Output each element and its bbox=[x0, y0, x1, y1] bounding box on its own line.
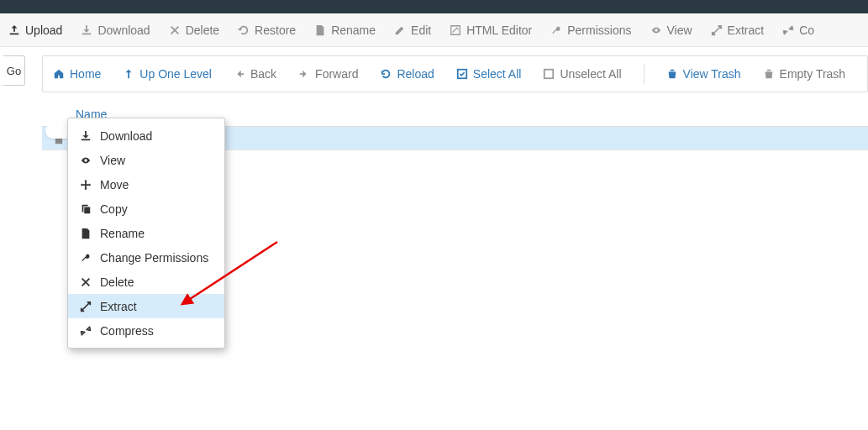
expand-icon bbox=[711, 24, 723, 36]
ctx-extract-label: Extract bbox=[100, 300, 137, 313]
checkbox-empty-icon bbox=[543, 68, 555, 80]
svg-rect-1 bbox=[544, 70, 554, 79]
nav-toolbar: Home Up One Level Back Forward Reload Se… bbox=[42, 55, 868, 92]
permissions-button[interactable]: Permissions bbox=[550, 24, 631, 37]
ctx-copy[interactable]: Copy bbox=[68, 197, 224, 221]
edit-label: Edit bbox=[411, 24, 431, 37]
forward-icon bbox=[298, 68, 310, 80]
up-one-level-label: Up One Level bbox=[139, 67, 212, 81]
ctx-view[interactable]: View bbox=[68, 148, 224, 172]
level-up-icon bbox=[123, 68, 134, 80]
forward-button[interactable]: Forward bbox=[298, 67, 358, 81]
edit-button[interactable]: Edit bbox=[394, 24, 431, 37]
restore-label: Restore bbox=[255, 24, 296, 37]
edit-icon bbox=[394, 24, 406, 36]
ctx-extract[interactable]: Extract bbox=[68, 294, 224, 318]
back-button[interactable]: Back bbox=[234, 67, 276, 81]
html-editor-icon bbox=[450, 24, 461, 36]
ctx-change-permissions[interactable]: Change Permissions bbox=[68, 245, 224, 270]
select-all-button[interactable]: Select All bbox=[456, 67, 522, 81]
ctx-download[interactable]: Download bbox=[68, 123, 224, 148]
compress-icon bbox=[80, 325, 92, 337]
forward-label: Forward bbox=[315, 67, 358, 81]
upload-label: Upload bbox=[25, 24, 62, 37]
rename-button[interactable]: Rename bbox=[314, 24, 376, 37]
reload-button[interactable]: Reload bbox=[380, 67, 434, 81]
key-icon bbox=[80, 252, 92, 264]
eye-icon bbox=[650, 24, 662, 36]
compress-button-stub[interactable]: Co bbox=[782, 24, 814, 37]
file-icon bbox=[80, 228, 92, 239]
ctx-compress[interactable]: Compress bbox=[68, 318, 224, 343]
ctx-move-label: Move bbox=[100, 178, 129, 191]
up-one-level-button[interactable]: Up One Level bbox=[123, 67, 212, 81]
back-label: Back bbox=[250, 67, 276, 81]
delete-icon bbox=[80, 276, 92, 288]
key-icon bbox=[550, 24, 562, 36]
ctx-copy-label: Copy bbox=[100, 202, 128, 216]
select-all-label: Select All bbox=[473, 67, 522, 81]
ctx-rename-label: Rename bbox=[100, 227, 145, 240]
restore-icon bbox=[238, 24, 250, 36]
compress-label-stub: Co bbox=[799, 24, 814, 37]
checkbox-checked-icon bbox=[456, 68, 468, 80]
ctx-compress-label: Compress bbox=[100, 324, 154, 338]
reload-icon bbox=[380, 68, 392, 80]
home-icon bbox=[53, 68, 65, 80]
copy-icon bbox=[80, 203, 92, 215]
window-titlebar bbox=[0, 0, 868, 13]
file-listing: Name -web.zip Download View Move Copy Re… bbox=[42, 102, 868, 150]
view-button[interactable]: View bbox=[650, 24, 692, 37]
home-button[interactable]: Home bbox=[53, 67, 101, 81]
ctx-download-label: Download bbox=[100, 129, 152, 143]
permissions-label: Permissions bbox=[567, 24, 631, 37]
main-toolbar: e Upload Download Delete Restore Rename … bbox=[0, 13, 868, 47]
back-icon bbox=[234, 68, 245, 80]
download-icon bbox=[80, 130, 92, 142]
unselect-all-button[interactable]: Unselect All bbox=[543, 67, 621, 81]
download-button[interactable]: Download bbox=[81, 24, 150, 37]
delete-label: Delete bbox=[186, 24, 219, 37]
toolbar-divider bbox=[644, 64, 644, 84]
view-label: View bbox=[667, 24, 692, 37]
home-label: Home bbox=[70, 67, 101, 81]
ctx-change-permissions-label: Change Permissions bbox=[100, 251, 208, 265]
expand-icon bbox=[80, 301, 92, 312]
view-trash-label: View Trash bbox=[683, 67, 741, 81]
empty-trash-button[interactable]: Empty Trash bbox=[763, 67, 846, 81]
ctx-rename[interactable]: Rename bbox=[68, 221, 224, 245]
unselect-all-label: Unselect All bbox=[560, 67, 621, 81]
download-label: Download bbox=[97, 24, 150, 37]
ctx-delete[interactable]: Delete bbox=[68, 270, 224, 294]
empty-trash-label: Empty Trash bbox=[780, 67, 846, 81]
eye-icon bbox=[80, 155, 92, 166]
context-menu: Download View Move Copy Rename Change Pe… bbox=[67, 118, 225, 349]
upload-button[interactable]: Upload bbox=[8, 24, 62, 37]
reload-label: Reload bbox=[397, 67, 434, 81]
view-trash-button[interactable]: View Trash bbox=[666, 67, 741, 81]
ctx-delete-label: Delete bbox=[100, 275, 134, 289]
ctx-view-label: View bbox=[100, 154, 125, 167]
ctx-move[interactable]: Move bbox=[68, 172, 224, 197]
html-editor-label: HTML Editor bbox=[466, 24, 532, 37]
move-icon bbox=[80, 179, 92, 191]
trash-empty-icon bbox=[763, 68, 775, 80]
extract-button[interactable]: Extract bbox=[711, 24, 765, 37]
rename-label: Rename bbox=[331, 24, 376, 37]
download-icon bbox=[81, 24, 92, 36]
trash-icon bbox=[666, 68, 678, 80]
html-editor-button[interactable]: HTML Editor bbox=[450, 24, 532, 37]
file-icon bbox=[314, 24, 326, 36]
upload-icon bbox=[8, 24, 20, 36]
delete-button[interactable]: Delete bbox=[169, 24, 219, 37]
extract-label: Extract bbox=[728, 24, 765, 37]
go-button[interactable]: Go bbox=[3, 55, 25, 86]
compress-icon bbox=[782, 24, 794, 36]
restore-button[interactable]: Restore bbox=[238, 24, 296, 37]
delete-icon bbox=[169, 24, 181, 36]
